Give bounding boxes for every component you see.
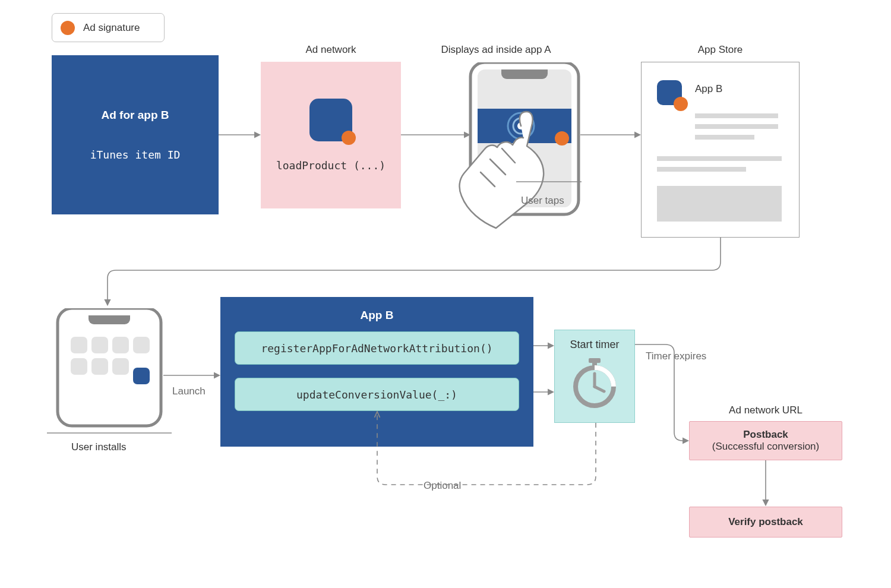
ad-box-title: Ad for app B	[102, 109, 169, 122]
svg-rect-12	[112, 337, 129, 353]
adnet-code: loadProduct (...)	[276, 159, 386, 172]
ad-for-app-b-box: Ad for app B iTunes item ID	[52, 55, 219, 214]
verify-postback-label: Verify postback	[728, 516, 803, 528]
heading-ad-network: Ad network	[261, 44, 401, 56]
svg-point-6	[555, 131, 569, 146]
postback-title: Postback	[743, 429, 788, 441]
appstore-app-icon	[657, 80, 682, 105]
app-store-page: App B	[641, 62, 800, 238]
ad-network-url-label: Ad network URL	[689, 404, 842, 416]
svg-rect-10	[71, 337, 87, 353]
app-b-box: App B registerAppForAdNetworkAttribution…	[220, 297, 533, 447]
user-taps-label: User taps	[521, 195, 564, 207]
postback-sub: (Successful conversion)	[712, 441, 819, 453]
ad-signature-dot-icon	[674, 97, 688, 111]
svg-line-24	[595, 387, 604, 391]
appstore-app-name: App B	[695, 83, 722, 95]
register-call: registerAppForAdNetworkAttribution()	[235, 331, 519, 365]
heading-app-store: App Store	[641, 44, 800, 56]
optional-label: Optional	[424, 480, 461, 492]
ad-box-itemid: iTunes item ID	[90, 148, 181, 161]
timer-label: Start timer	[555, 339, 634, 351]
timer-expires-label: Timer expires	[646, 350, 706, 362]
app-b-title: App B	[235, 309, 519, 322]
app-icon	[309, 99, 352, 141]
ad-signature-dot-icon	[61, 21, 75, 35]
user-installs-label: User installs	[71, 441, 127, 453]
legend-label: Ad signature	[83, 22, 140, 34]
ad-signature-dot-icon	[342, 131, 356, 145]
svg-rect-11	[91, 337, 108, 353]
svg-rect-16	[112, 358, 129, 375]
svg-rect-13	[133, 337, 150, 353]
svg-rect-19	[589, 358, 601, 363]
update-call: updateConversionValue(_:)	[235, 378, 519, 411]
launch-label: Launch	[172, 385, 206, 397]
svg-rect-15	[91, 358, 108, 375]
text-placeholder-lines	[657, 113, 783, 222]
svg-rect-14	[71, 358, 87, 375]
phone-app-a	[445, 62, 605, 237]
ad-network-box: loadProduct (...)	[261, 62, 401, 208]
svg-rect-17	[133, 368, 150, 384]
start-timer-box: Start timer	[554, 330, 635, 423]
legend-box: Ad signature	[52, 13, 165, 42]
stopwatch-icon	[571, 357, 618, 410]
phone-user-installs	[47, 308, 172, 441]
heading-displays-ad: Displays ad inside app A	[416, 44, 576, 56]
verify-postback-box: Verify postback	[689, 507, 842, 538]
postback-box: Postback (Successful conversion)	[689, 421, 842, 460]
